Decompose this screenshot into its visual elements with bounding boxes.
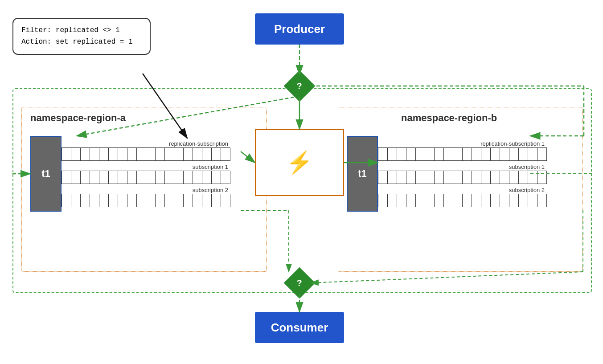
cell [183, 171, 193, 184]
cell [415, 147, 425, 161]
cell [462, 194, 472, 207]
cell [202, 171, 212, 184]
cell [99, 194, 109, 207]
cell [528, 171, 537, 184]
sub-row-replication-b: replication-subscription 1 [378, 140, 546, 161]
cell [193, 171, 202, 184]
cell [183, 147, 193, 161]
topic-b-block: t1 replication-subscription 1 [347, 136, 546, 212]
diamond-bottom-label: ? [297, 278, 302, 288]
cell [472, 171, 481, 184]
topic-b-t1: t1 [347, 136, 378, 212]
cell [500, 194, 509, 207]
producer-box: Producer [255, 13, 344, 45]
cell [155, 194, 165, 207]
sub-row-sub2-b: subscription 2 [378, 187, 546, 207]
diagram-container: Filter: replicated <> 1 Action: set repl… [0, 0, 603, 364]
cell [202, 194, 212, 207]
cell [127, 147, 137, 161]
consumer-box: Consumer [255, 312, 344, 343]
cell [518, 171, 528, 184]
cell [118, 194, 127, 207]
cell [71, 147, 81, 161]
sub-cells-sub1-b [378, 171, 546, 184]
cell [453, 171, 463, 184]
cell [108, 171, 118, 184]
cell [71, 194, 81, 207]
cell [118, 147, 127, 161]
cell [80, 194, 90, 207]
cell [481, 171, 491, 184]
cell [90, 147, 99, 161]
cell [136, 171, 146, 184]
sub-cells-replication-b [378, 147, 546, 161]
cell [164, 147, 174, 161]
cell [183, 194, 193, 207]
cell [174, 194, 184, 207]
cell [174, 147, 184, 161]
cell [434, 194, 444, 207]
cell [387, 147, 397, 161]
cell [211, 194, 221, 207]
cell [71, 171, 81, 184]
sub-cells-sub2-a [62, 194, 230, 207]
cell [453, 147, 463, 161]
annotation-line2: Action: set replicated = 1 [21, 37, 142, 48]
cell [481, 194, 491, 207]
cell [99, 147, 109, 161]
topic-b-subscriptions: replication-subscription 1 [378, 140, 546, 207]
cell [490, 194, 500, 207]
cell [500, 147, 509, 161]
cell [211, 147, 221, 161]
sub-cells-sub2-b [378, 194, 546, 207]
cell [193, 194, 202, 207]
cell [80, 171, 90, 184]
sub-row-replication-a: replication-subscription [62, 140, 230, 161]
cell [472, 194, 481, 207]
cell [378, 147, 388, 161]
cell [518, 194, 528, 207]
cell [136, 194, 146, 207]
cell [221, 194, 230, 207]
cell [490, 147, 500, 161]
cell [415, 194, 425, 207]
cell [221, 147, 230, 161]
region-a-label: namespace-region-a [30, 112, 126, 124]
sub-label-replication-a: replication-subscription [62, 140, 230, 147]
cell [537, 194, 547, 207]
cell [528, 147, 537, 161]
cell [155, 171, 165, 184]
cell [80, 147, 90, 161]
cell [146, 147, 156, 161]
cell [155, 147, 165, 161]
cell [387, 171, 397, 184]
cell [202, 147, 212, 161]
cell [500, 171, 509, 184]
cell [174, 171, 184, 184]
cell [472, 147, 481, 161]
cell [90, 171, 99, 184]
topic-a-t1: t1 [30, 136, 62, 212]
cell [397, 171, 406, 184]
cell [62, 171, 71, 184]
cell [193, 147, 202, 161]
sub-label-sub2-b: subscription 2 [378, 187, 546, 193]
cell [378, 194, 388, 207]
cell [118, 171, 127, 184]
function-icon: ⚡ [286, 150, 313, 175]
sub-label-sub2-a: subscription 2 [62, 187, 230, 193]
cell [481, 147, 491, 161]
sub-row-sub2-a: subscription 2 [62, 187, 230, 207]
cell [99, 171, 109, 184]
cell [509, 147, 519, 161]
cell [453, 194, 463, 207]
sub-cells-replication-a [62, 147, 230, 161]
cell [136, 147, 146, 161]
cell [425, 171, 435, 184]
function-box: ⚡ [255, 129, 344, 196]
cell [443, 194, 453, 207]
cell [490, 171, 500, 184]
cell [146, 171, 156, 184]
cell [518, 147, 528, 161]
sub-cells-sub1-a [62, 171, 230, 184]
